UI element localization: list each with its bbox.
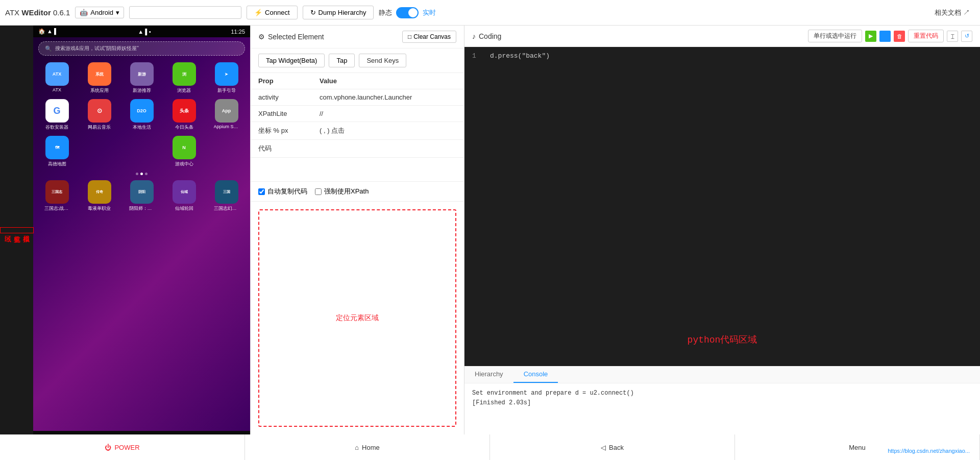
list-item[interactable]: D2O 本地生活 [123,99,160,131]
force-xpath-checkbox[interactable] [315,188,322,195]
list-item[interactable]: 三国 三国志幻想... [208,180,245,212]
list-item[interactable]: App Appium Set... [208,99,245,131]
app-icon [215,136,238,159]
props-table: Prop Value activity com.vphone.launcher.… [251,73,464,140]
phone-time: 11:25 [231,29,245,35]
app-icon: 三国志 [45,180,69,204]
app-label: 网易云音乐 [88,124,111,131]
list-item[interactable]: ATX ATX [38,62,76,94]
app-icon: ⊙ [88,99,111,123]
locator-text: 定位元素区域 [336,313,379,323]
list-item [208,136,245,167]
coding-actions: 单行或选中运行 ▶ 🗑 重置代码 ⌶ ↺ [808,30,972,42]
tab-hierarchy[interactable]: Hierarchy [464,366,513,383]
app-icon: 仙域 [173,180,196,204]
list-item[interactable]: 仙域 仙域轮回 [165,180,203,212]
top-toolbar: ATX WEditor 0.6.1 🤖 Android ▾ ⚡ Connect … [0,0,980,26]
status-url: https://blog.csdn.net/zhangxiao... [888,448,970,454]
clear-canvas-button[interactable]: □ Clear Canvas [402,31,456,43]
android-label: Android [90,9,113,16]
app-title: ATX WEditor 0.6.1 [5,8,70,17]
home-button[interactable]: ⌂ Home [245,434,490,460]
home-label: Home [362,444,380,451]
code-textarea[interactable] [251,158,464,182]
list-item[interactable]: 浏 浏览器 [165,62,203,94]
run-single-button[interactable]: 单行或选中运行 [808,30,862,42]
auto-copy-checkbox-label[interactable]: 自动复制代码 [258,187,307,196]
realtime-label: 实时 [423,8,436,17]
app-icon: 阴阳 [130,180,154,204]
dot-active [140,173,143,175]
mode-toggle-switch[interactable] [396,7,419,18]
home-icon: ⌂ [355,444,359,451]
list-item[interactable]: 三国志 三国志:战略... [38,180,76,212]
auto-copy-label: 自动复制代码 [267,187,307,196]
console-line1: Set environment and prepare d = u2.conne… [472,389,972,398]
list-item[interactable]: G 谷歌安装器 [38,99,76,131]
docs-label: 相关文档 ↗ [935,8,970,17]
prop-name: 坐标 % px [251,122,312,140]
table-row: XPathLite // [251,106,464,122]
code-row: 代码 [251,140,464,158]
phone-screen[interactable]: 🏠 ▲ ▌ ▲ ▌▪ 11:25 🔍 搜索游戏&应用，试试"阴阳师妖怪屋" AT… [33,26,250,434]
panel-title: ⚙ Selected Element [258,33,324,41]
table-row: 坐标 % px ( , ) 点击 [251,122,464,140]
phone-status-bar: 🏠 ▲ ▌ ▲ ▌▪ 11:25 [33,26,250,37]
app-icon: 系统 [88,62,111,86]
emulator-label: 模拟器主窗机区域 [0,227,34,233]
console-area: Set environment and prepare d = u2.conne… [464,383,980,434]
tap-button[interactable]: Tap [329,54,355,67]
code-editor[interactable]: 1 d.press("back") python代码区域 [464,47,980,366]
app-icon: D2O [130,99,154,123]
app-label: 谷歌安装器 [45,124,68,131]
list-item[interactable]: 系统 系统应用 [81,62,118,94]
android-selector[interactable]: 🤖 Android ▾ [75,7,124,18]
refresh-button[interactable]: ↺ [961,31,972,42]
app-label: 系统应用 [90,87,109,94]
middle-panel: ⚙ Selected Element □ Clear Canvas Tap Wi… [250,26,464,434]
force-xpath-checkbox-label[interactable]: 强制使用XPath [315,187,369,196]
power-label: POWER [114,444,139,451]
search-placeholder: 搜索游戏&应用，试试"阴阳师妖怪屋" [55,45,139,52]
tab-console[interactable]: Console [513,366,558,383]
console-tab-label: Console [524,370,548,378]
code-label: 代码 [258,144,272,152]
format-button[interactable]: ⌶ [947,31,958,42]
menu-button[interactable]: Menu [735,434,980,460]
code-content: d.press("back") [490,52,550,60]
list-item[interactable]: 🗺 高德地图 [38,136,76,167]
delete-button[interactable]: 🗑 [894,31,905,42]
phone-search-bar[interactable]: 🔍 搜索游戏&应用，试试"阴阳师妖怪屋" [38,41,245,56]
reset-code-button[interactable]: 重置代码 [908,30,944,42]
stop-button[interactable] [879,31,891,42]
list-item[interactable]: ⊙ 网易云音乐 [81,99,118,131]
play-button[interactable]: ▶ [865,31,876,42]
mode-toggle-group: 静态 实时 [379,7,436,18]
dump-hierarchy-button[interactable]: ↻ Dump Hierarchy [303,6,374,19]
refresh-icon: ↻ [310,9,316,16]
list-item[interactable]: 传奇 毒液单职业 [81,180,118,212]
tap-widget-button[interactable]: Tap Widget(Beta) [258,54,325,67]
device-input[interactable] [129,6,241,19]
dot [145,173,148,175]
auto-copy-checkbox[interactable] [258,188,265,195]
power-button[interactable]: ⏻ POWER [0,434,245,460]
docs-link[interactable]: 相关文档 ↗ [935,8,970,17]
phone-network-icons: ▲ ▌▪ [138,29,151,35]
list-item[interactable]: 头条 今日头条 [165,99,203,131]
app-label: 浏览器 [177,87,191,94]
tap-label: Tap [336,57,347,64]
hierarchy-tab-label: Hierarchy [475,370,503,378]
page-dots [33,173,250,175]
list-item[interactable]: N 游戏中心 [165,136,203,167]
list-item[interactable]: ➤ 新手引导 [208,62,245,94]
list-item[interactable]: 阴阳 阴阳师：妖... [123,180,160,212]
app-label: ATX [53,87,61,92]
list-item[interactable]: 新游 新游推荐 [123,62,160,94]
connect-button[interactable]: ⚡ Connect [247,6,297,19]
right-panel: ♪ Coding 单行或选中运行 ▶ 🗑 重置代码 ⌶ ↺ 1 d.press [464,26,980,434]
phone-content[interactable]: 🔍 搜索游戏&应用，试试"阴阳师妖怪屋" ATX ATX 系统 系统应用 新游 [33,37,250,431]
send-keys-button[interactable]: Send Keys [359,54,406,67]
app-version: 0.6.1 [53,8,70,17]
back-button[interactable]: ◁ Back [490,434,735,460]
